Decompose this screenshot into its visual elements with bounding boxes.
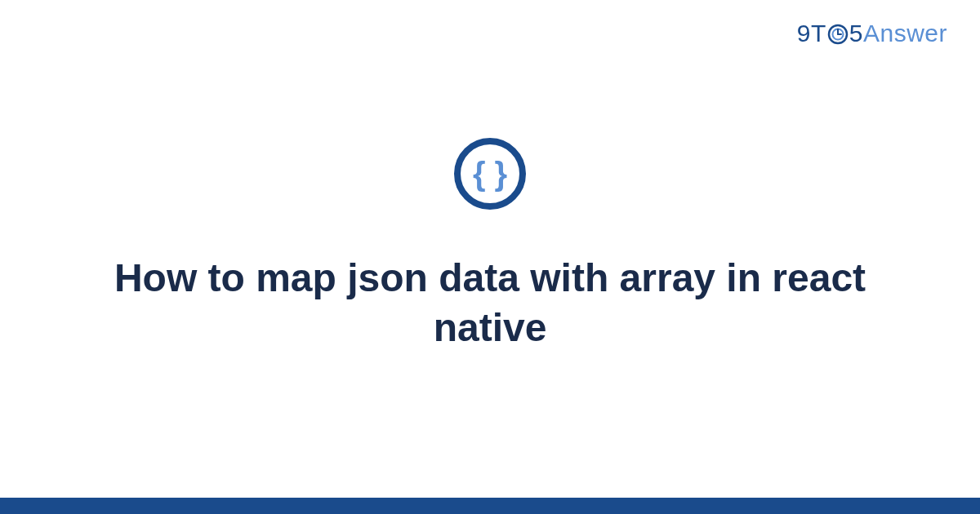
- page-title: How to map json data with array in react…: [98, 253, 882, 353]
- code-braces-icon: { }: [453, 137, 527, 210]
- category-icon-wrapper: { }: [453, 137, 527, 214]
- footer-bar: [0, 498, 980, 514]
- svg-text:{ }: { }: [473, 156, 507, 192]
- main-content: { } How to map json data with array in r…: [0, 0, 980, 514]
